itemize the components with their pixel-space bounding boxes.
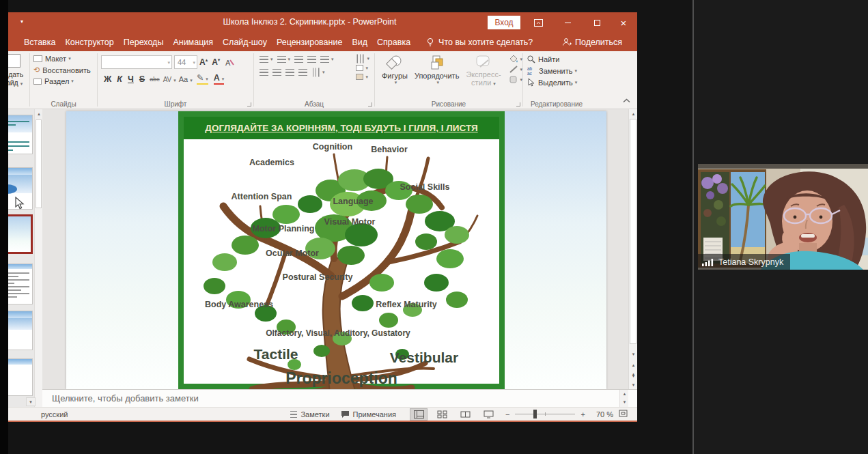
numbering-button[interactable]: [277, 56, 291, 63]
tab-transitions[interactable]: Переходы: [119, 38, 169, 47]
panel-divider[interactable]: [692, 0, 694, 454]
previous-slide-button[interactable]: ▴▴: [629, 360, 638, 369]
tab-design[interactable]: Конструктор: [60, 38, 118, 47]
tell-me-search[interactable]: Что вы хотите сделать?: [426, 38, 533, 47]
language-indicator[interactable]: русский: [41, 410, 68, 418]
ribbon-display-options-button[interactable]: [531, 12, 545, 33]
align-left-button[interactable]: [260, 69, 268, 76]
shape-fill-button[interactable]: [509, 55, 523, 63]
reading-view-button[interactable]: [456, 408, 474, 421]
scrollbar-thumb[interactable]: [630, 119, 636, 344]
slide-poster-image: ДОГЛЯДАЙТЕ ЗА КОРІННЯМ, ТОДІ БУДУТЬ І ГІ…: [178, 111, 505, 389]
zoom-out-button[interactable]: −: [505, 410, 509, 418]
ribbon-display-icon: [534, 19, 543, 27]
font-name-combo[interactable]: [101, 55, 172, 69]
shapes-button[interactable]: Фигуры: [382, 54, 408, 99]
thumbnail-scrollbar[interactable]: ▴: [34, 109, 42, 407]
tab-insert[interactable]: Вставка: [19, 38, 60, 47]
select-button[interactable]: Выделить: [527, 78, 587, 87]
tab-animations[interactable]: Анимация: [168, 38, 218, 47]
shrink-font-button[interactable]: A▾: [212, 57, 220, 67]
zoom-in-button[interactable]: +: [580, 410, 585, 418]
close-button[interactable]: ×: [617, 12, 630, 33]
drawing-dialog-launcher[interactable]: [516, 102, 520, 107]
section-button[interactable]: Раздел: [33, 77, 94, 85]
scrollbar-thumb[interactable]: [36, 119, 42, 208]
notes-scrollbar[interactable]: ▴ ▾: [619, 390, 628, 407]
slideshow-view-button[interactable]: [479, 408, 497, 421]
zoom-slider-track[interactable]: [515, 414, 575, 414]
webcam-tile[interactable]: Tetiana Skrypnyk: [698, 164, 868, 270]
line-spacing-button[interactable]: [320, 56, 334, 63]
tab-review[interactable]: Рецензирование: [272, 38, 348, 47]
scroll-down-button[interactable]: ▾: [629, 350, 638, 358]
next-slide-button[interactable]: ▾▾: [629, 371, 638, 380]
paragraph-dialog-launcher[interactable]: [368, 102, 372, 107]
editing-group-caption: Редактирование: [524, 100, 589, 108]
change-case-button[interactable]: Aa: [179, 75, 193, 83]
collapse-ribbon-button[interactable]: [623, 94, 630, 106]
shadow-button[interactable]: abc: [150, 76, 160, 83]
minimize-icon: [565, 23, 571, 23]
notes-placeholder[interactable]: Щелкните, чтобы добавить заметки: [52, 393, 199, 403]
tab-slideshow[interactable]: Слайд-шоу: [218, 38, 272, 47]
maximize-button[interactable]: [590, 12, 604, 33]
title-bar: ▾ Школа Інклюз 2. Скрипник.pptx - PowerP…: [0, 12, 637, 33]
fit-to-window-button[interactable]: [619, 410, 628, 418]
sign-in-button[interactable]: Вход: [488, 16, 520, 29]
comments-toggle[interactable]: Примечания: [341, 410, 397, 418]
scroll-down-button[interactable]: ▾: [620, 398, 629, 406]
strikethrough-button[interactable]: S: [139, 74, 145, 84]
shape-outline-button[interactable]: [509, 65, 523, 74]
scroll-up-button[interactable]: ▴: [620, 390, 629, 398]
bold-button[interactable]: Ж: [104, 74, 111, 84]
bullets-button[interactable]: [260, 56, 273, 63]
convert-smartart-button[interactable]: [356, 74, 369, 80]
select-label: Выделить: [538, 79, 573, 87]
notes-toggle[interactable]: Заметки: [290, 410, 329, 418]
layout-icon: [33, 55, 42, 62]
slide-sorter-view-button[interactable]: [433, 408, 451, 421]
quick-styles-button[interactable]: Экспресс- стили: [466, 54, 501, 99]
tab-view[interactable]: Вид: [347, 38, 372, 47]
align-right-button[interactable]: [285, 69, 294, 76]
justify-button[interactable]: [298, 69, 307, 76]
layout-label: Макет: [45, 55, 66, 63]
slide-scrollbar[interactable]: ▴ ▾ ▴▴ ▾▾: [628, 109, 637, 389]
shape-effects-button[interactable]: [509, 75, 523, 84]
increase-indent-button[interactable]: [307, 56, 316, 63]
layout-button[interactable]: Макет: [33, 55, 94, 63]
minimize-button[interactable]: [561, 12, 574, 33]
font-color-button[interactable]: А: [214, 74, 225, 85]
italic-button[interactable]: К: [117, 74, 122, 84]
group-separator: [522, 53, 523, 107]
notes-pane[interactable]: Щелкните, чтобы добавить заметки ▴ ▾: [42, 389, 637, 407]
editing-group: Найти abac Заменить Выделить Редактирова…: [524, 51, 589, 109]
font-dialog-launcher[interactable]: [247, 102, 251, 107]
current-slide[interactable]: ДОГЛЯДАЙТЕ ЗА КОРІННЯМ, ТОДІ БУДУТЬ І ГІ…: [66, 111, 606, 389]
grow-font-button[interactable]: A▴: [199, 57, 208, 67]
align-text-button[interactable]: [356, 65, 369, 71]
find-button[interactable]: Найти: [527, 55, 587, 63]
tab-help[interactable]: Справка: [372, 38, 415, 47]
zoom-slider-thumb[interactable]: [533, 410, 537, 418]
normal-view-button[interactable]: [410, 408, 428, 421]
close-icon: ×: [621, 17, 627, 29]
zoom-level[interactable]: 70 %: [596, 410, 613, 418]
underline-button[interactable]: Ч: [128, 74, 134, 84]
font-size-combo[interactable]: 44: [174, 55, 197, 69]
highlight-button[interactable]: ✎: [197, 74, 208, 85]
scroll-up-button[interactable]: ▴: [629, 109, 638, 118]
text-direction-button[interactable]: [356, 55, 369, 62]
thumbnail-scroll-down-button[interactable]: ▾: [26, 397, 36, 406]
replace-button[interactable]: abac Заменить: [527, 66, 587, 75]
clear-formatting-button[interactable]: A: [225, 58, 234, 67]
decrease-indent-button[interactable]: [294, 56, 303, 63]
share-button[interactable]: Поделиться: [562, 38, 622, 47]
tree-label-visual-motor: Visual Motor: [324, 217, 376, 227]
arrange-button[interactable]: Упорядочить: [415, 54, 459, 99]
character-spacing-button[interactable]: AV: [163, 76, 176, 83]
reset-button[interactable]: ⟲Восстановить: [33, 66, 94, 74]
columns-button[interactable]: [311, 69, 325, 76]
align-center-button[interactable]: [272, 69, 281, 76]
